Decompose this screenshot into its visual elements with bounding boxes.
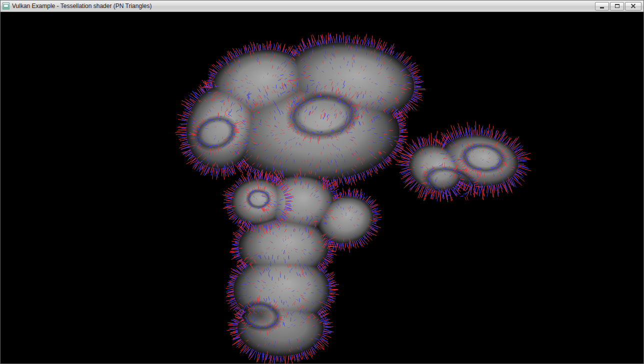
app-icon: [2, 2, 10, 10]
app-window: Vulkan Example - Tessellation shader (PN…: [0, 0, 644, 364]
minimize-icon: [600, 7, 604, 8]
window-title: Vulkan Example - Tessellation shader (PN…: [12, 0, 592, 12]
maximize-button[interactable]: [610, 2, 624, 10]
window-controls: [595, 2, 642, 10]
close-button[interactable]: [625, 2, 642, 10]
maximize-icon: [615, 4, 620, 8]
titlebar[interactable]: Vulkan Example - Tessellation shader (PN…: [0, 0, 644, 12]
minimize-button[interactable]: [595, 2, 609, 10]
viewport-canvas[interactable]: [0, 12, 644, 364]
app-icon-inner: [4, 4, 8, 8]
close-icon: [630, 4, 636, 9]
